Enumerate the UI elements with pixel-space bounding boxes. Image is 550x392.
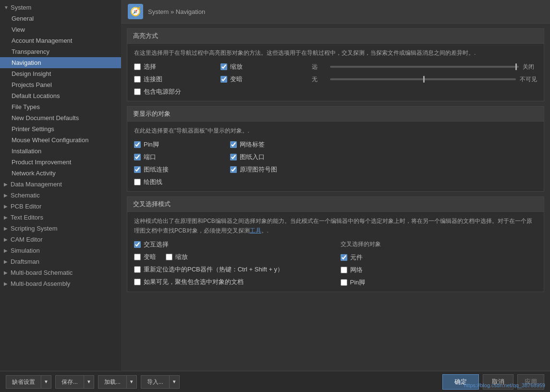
cross-relocate-input[interactable]: [134, 266, 141, 273]
sidebar-item-product-improvement[interactable]: Product Improvement: [0, 157, 121, 168]
arrow-icon: ▶: [4, 182, 9, 187]
sidebar-item-navigation[interactable]: Navigation: [0, 57, 121, 68]
sidebar: ▼ System General View Account Management…: [0, 0, 121, 371]
cross-dim-input[interactable]: [134, 254, 141, 260]
cross-focus-label: 如果可见，聚焦包含选中对象的文档: [144, 278, 244, 286]
sidebar-group-multi-board-schematic[interactable]: ▶ Multi-board Schematic: [0, 267, 121, 278]
import-button[interactable]: 导入...: [141, 375, 170, 389]
obj-schsymbol-input[interactable]: [230, 166, 237, 173]
sidebar-item-installation[interactable]: Installation: [0, 146, 121, 157]
cross-focus-input[interactable]: [134, 279, 141, 285]
sidebar-group-multi-board-assembly[interactable]: ▶ Multi-board Assembly: [0, 278, 121, 289]
cross-net-input[interactable]: [341, 267, 347, 273]
sidebar-group-draftsman[interactable]: ▶ Draftsman: [0, 256, 121, 267]
sidebar-group-multi-board-assembly-label: Multi-board Assembly: [11, 280, 70, 287]
checkbox-select[interactable]: 选择: [134, 62, 220, 71]
objects-section-desc: 在此处选择要在"导航器面板"中显示的对象。.: [134, 126, 537, 135]
checkbox-select-input[interactable]: [134, 63, 141, 70]
checkbox-connect[interactable]: 连接图: [134, 75, 220, 84]
sidebar-group-data-management[interactable]: ▶ Data Management: [0, 179, 121, 190]
obj-schsymbol[interactable]: 原理图符号图: [230, 165, 326, 174]
cross-zoom[interactable]: 缩放: [166, 253, 188, 261]
sidebar-item-printer-settings[interactable]: Printer Settings: [0, 123, 121, 135]
cross-component-input[interactable]: [341, 254, 347, 261]
sidebar-item-default-locations[interactable]: Default Locations: [0, 90, 121, 101]
checkbox-zoom-input[interactable]: [220, 63, 227, 70]
obj-drawwire-input[interactable]: [134, 179, 141, 185]
cross-interactive-label: 交互选择: [144, 240, 169, 249]
sidebar-item-view[interactable]: View: [0, 24, 121, 35]
load-dropdown[interactable]: ▼: [127, 375, 137, 389]
cross-zoom-input[interactable]: [166, 254, 172, 260]
load-button[interactable]: 加载...: [98, 375, 127, 389]
sidebar-group-pcb-editor[interactable]: ▶ PCB Editor: [0, 201, 121, 212]
power-checkbox-label: 包含电源部分: [144, 87, 181, 96]
obj-port-input[interactable]: [134, 154, 141, 160]
sidebar-item-transparency[interactable]: Transparency: [0, 46, 121, 57]
cross-relocate[interactable]: 重新定位选中的PCB器件（热键：Ctrl + Shift + y）: [134, 265, 331, 274]
sidebar-group-cam-editor[interactable]: ▶ CAM Editor: [0, 234, 121, 245]
checkbox-dim[interactable]: 变暗: [220, 75, 312, 84]
sidebar-item-account-management[interactable]: Account Management: [0, 35, 121, 46]
sidebar-item-general[interactable]: General: [0, 13, 121, 24]
obj-pin-label: Pin脚: [144, 140, 159, 149]
obj-drawwire[interactable]: 绘图线: [134, 178, 230, 186]
sidebar-group-system[interactable]: ▼ System: [0, 2, 121, 13]
obj-sheetconn-input[interactable]: [134, 166, 141, 173]
slider2-thumb: [423, 76, 425, 83]
obj-sheetentry-label: 图纸入口: [240, 153, 265, 161]
save-dropdown[interactable]: ▼: [84, 375, 94, 389]
content-area: 🧭 System » Navigation 高亮方式 在这里选择用于在导航过程中…: [121, 0, 550, 371]
power-checkbox-input[interactable]: [134, 88, 141, 95]
obj-pin-input[interactable]: [134, 141, 141, 148]
sidebar-item-projects-panel[interactable]: Projects Panel: [0, 79, 121, 90]
sidebar-item-mouse-wheel-configuration[interactable]: Mouse Wheel Configuration: [0, 135, 121, 146]
cross-right-panel: 交叉选择的对象 元件 网络 Pin脚: [341, 240, 538, 287]
checkbox-connect-input[interactable]: [134, 76, 141, 83]
power-checkbox[interactable]: 包含电源部分: [134, 87, 537, 96]
obj-netlabel[interactable]: 网络标签: [230, 140, 326, 149]
sidebar-group-text-editors[interactable]: ▶ Text Editors: [0, 212, 121, 223]
sidebar-group-schematic[interactable]: ▶ Schematic: [0, 190, 121, 201]
sidebar-group-text-editors-label: Text Editors: [11, 214, 43, 221]
obj-netlabel-label: 网络标签: [240, 140, 265, 149]
cross-component-label: 元件: [350, 253, 363, 262]
cross-net[interactable]: 网络: [341, 266, 538, 274]
cross-pin-label: Pin脚: [350, 278, 366, 287]
arrow-icon: ▶: [4, 204, 9, 209]
cross-dim[interactable]: 变暗: [134, 253, 156, 261]
cross-section: 交叉选择模式 这种模式给出了在原理图和PCB编辑器之间选择对象的能力。当此模式在…: [127, 196, 544, 292]
arrow-icon: ▶: [4, 193, 9, 198]
obj-sheetentry[interactable]: 图纸入口: [230, 153, 326, 161]
cross-pin[interactable]: Pin脚: [341, 278, 538, 287]
content-header: 🧭 System » Navigation: [121, 0, 550, 24]
obj-pin[interactable]: Pin脚: [134, 140, 230, 149]
obj-netlabel-input[interactable]: [230, 141, 237, 148]
sidebar-item-file-types[interactable]: File Types: [0, 101, 121, 112]
sidebar-group-cam-editor-label: CAM Editor: [11, 236, 42, 243]
sidebar-group-scripting-system[interactable]: ▶ Scripting System: [0, 223, 121, 234]
cross-focus[interactable]: 如果可见，聚焦包含选中对象的文档: [134, 278, 331, 286]
cross-interactive-input[interactable]: [134, 241, 141, 248]
slider1-track: [330, 66, 519, 68]
checkbox-zoom[interactable]: 缩放: [220, 62, 312, 71]
default-settings-button[interactable]: 缺省设置: [6, 375, 41, 389]
obj-port[interactable]: 端口: [134, 153, 230, 161]
bottom-bar: 缺省设置 ▼ 保存... ▼ 加载... ▼ 导入... ▼ 确定 取消 应用: [0, 371, 550, 392]
cross-pin-input[interactable]: [341, 279, 347, 286]
checkbox-dim-input[interactable]: [220, 76, 227, 83]
sidebar-group-draftsman-label: Draftsman: [11, 258, 39, 265]
breadcrumb: System » Navigation: [148, 8, 205, 15]
obj-sheetconn[interactable]: 图纸连接: [134, 165, 230, 174]
obj-sheetentry-input[interactable]: [230, 154, 237, 160]
default-settings-dropdown[interactable]: ▼: [41, 375, 51, 389]
cross-interactive[interactable]: 交互选择: [134, 240, 331, 249]
cross-component[interactable]: 元件: [341, 253, 538, 262]
sidebar-item-network-activity[interactable]: Network Activity: [0, 168, 121, 179]
sidebar-group-schematic-label: Schematic: [11, 192, 40, 199]
sidebar-item-new-document-defaults[interactable]: New Document Defaults: [0, 112, 121, 123]
sidebar-group-simulation[interactable]: ▶ Simulation: [0, 245, 121, 256]
save-button[interactable]: 保存...: [55, 375, 84, 389]
sidebar-item-design-insight[interactable]: Design Insight: [0, 68, 121, 79]
import-dropdown[interactable]: ▼: [170, 375, 180, 389]
